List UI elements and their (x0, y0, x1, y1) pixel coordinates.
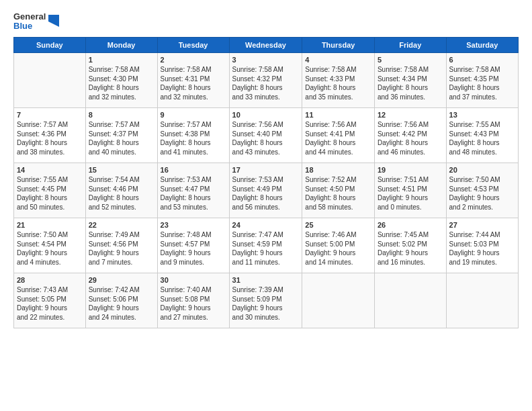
calendar-cell: 29Sunrise: 7:42 AMSunset: 5:06 PMDayligh… (85, 273, 157, 328)
day-number: 12 (378, 110, 443, 120)
calendar-cell: 17Sunrise: 7:53 AMSunset: 4:49 PMDayligh… (229, 163, 302, 218)
day-number: 18 (305, 165, 371, 175)
calendar-cell: 6Sunrise: 7:58 AMSunset: 4:35 PMDaylight… (446, 52, 518, 107)
calendar-cell: 16Sunrise: 7:53 AMSunset: 4:47 PMDayligh… (157, 163, 229, 218)
page: General Blue SundayMondayTuesdayWednesda… (0, 0, 532, 411)
day-number: 26 (378, 220, 443, 230)
calendar-cell: 12Sunrise: 7:56 AMSunset: 4:42 PMDayligh… (374, 107, 446, 163)
day-number: 28 (17, 275, 83, 285)
day-number: 15 (89, 165, 154, 175)
calendar-cell (302, 273, 375, 328)
day-number: 27 (449, 220, 515, 230)
calendar-cell: 5Sunrise: 7:58 AMSunset: 4:34 PMDaylight… (374, 52, 446, 107)
col-header-thursday: Thursday (302, 37, 375, 52)
calendar-body: 1Sunrise: 7:58 AMSunset: 4:30 PMDaylight… (14, 52, 519, 328)
day-number: 20 (449, 165, 515, 175)
calendar-cell: 8Sunrise: 7:57 AMSunset: 4:37 PMDaylight… (85, 107, 157, 163)
day-number: 13 (449, 110, 515, 120)
day-number: 14 (17, 165, 83, 175)
week-row-3: 14Sunrise: 7:55 AMSunset: 4:45 PMDayligh… (14, 163, 519, 218)
logo-triangle-icon (48, 12, 60, 31)
col-header-tuesday: Tuesday (157, 37, 229, 52)
header: General Blue (13, 12, 519, 32)
calendar-cell: 7Sunrise: 7:57 AMSunset: 4:36 PMDaylight… (14, 107, 86, 163)
calendar-cell: 15Sunrise: 7:54 AMSunset: 4:46 PMDayligh… (85, 163, 157, 218)
calendar-cell: 10Sunrise: 7:56 AMSunset: 4:40 PMDayligh… (229, 107, 302, 163)
col-header-friday: Friday (374, 37, 446, 52)
day-number: 1 (89, 55, 154, 65)
logo-text-block: General Blue (13, 12, 46, 32)
day-number: 25 (305, 220, 371, 230)
calendar-cell: 11Sunrise: 7:56 AMSunset: 4:41 PMDayligh… (302, 107, 375, 163)
day-number: 8 (89, 110, 154, 120)
calendar-cell: 2Sunrise: 7:58 AMSunset: 4:31 PMDaylight… (157, 52, 229, 107)
day-number: 2 (161, 55, 226, 65)
logo: General Blue (13, 12, 60, 32)
day-number: 16 (161, 165, 226, 175)
week-row-2: 7Sunrise: 7:57 AMSunset: 4:36 PMDaylight… (14, 107, 519, 163)
day-number: 23 (161, 220, 226, 230)
calendar-cell (14, 52, 86, 107)
calendar-table: SundayMondayTuesdayWednesdayThursdayFrid… (13, 37, 519, 328)
day-number: 17 (232, 165, 300, 175)
calendar-cell: 23Sunrise: 7:48 AMSunset: 4:57 PMDayligh… (157, 218, 229, 273)
col-header-sunday: Sunday (14, 37, 86, 52)
calendar-cell: 14Sunrise: 7:55 AMSunset: 4:45 PMDayligh… (14, 163, 86, 218)
col-header-saturday: Saturday (446, 37, 518, 52)
calendar-cell: 22Sunrise: 7:49 AMSunset: 4:56 PMDayligh… (85, 218, 157, 273)
week-row-1: 1Sunrise: 7:58 AMSunset: 4:30 PMDaylight… (14, 52, 519, 107)
calendar-cell: 28Sunrise: 7:43 AMSunset: 5:05 PMDayligh… (14, 273, 86, 328)
svg-marker-0 (48, 15, 59, 27)
day-number: 5 (378, 55, 443, 65)
col-header-monday: Monday (85, 37, 157, 52)
day-number: 3 (232, 55, 300, 65)
day-number: 21 (17, 220, 83, 230)
calendar-cell: 25Sunrise: 7:46 AMSunset: 5:00 PMDayligh… (302, 218, 375, 273)
day-number: 22 (89, 220, 154, 230)
day-number: 11 (305, 110, 371, 120)
day-number: 9 (161, 110, 226, 120)
calendar-cell: 30Sunrise: 7:40 AMSunset: 5:08 PMDayligh… (157, 273, 229, 328)
calendar-cell: 18Sunrise: 7:52 AMSunset: 4:50 PMDayligh… (302, 163, 375, 218)
calendar-cell (374, 273, 446, 328)
calendar-cell: 20Sunrise: 7:50 AMSunset: 4:53 PMDayligh… (446, 163, 518, 218)
week-row-5: 28Sunrise: 7:43 AMSunset: 5:05 PMDayligh… (14, 273, 519, 328)
calendar-cell: 31Sunrise: 7:39 AMSunset: 5:09 PMDayligh… (229, 273, 302, 328)
calendar-cell: 3Sunrise: 7:58 AMSunset: 4:32 PMDaylight… (229, 52, 302, 107)
calendar-cell: 13Sunrise: 7:55 AMSunset: 4:43 PMDayligh… (446, 107, 518, 163)
day-number: 7 (17, 110, 83, 120)
calendar-cell: 24Sunrise: 7:47 AMSunset: 4:59 PMDayligh… (229, 218, 302, 273)
week-row-4: 21Sunrise: 7:50 AMSunset: 4:54 PMDayligh… (14, 218, 519, 273)
calendar-cell: 27Sunrise: 7:44 AMSunset: 5:03 PMDayligh… (446, 218, 518, 273)
day-number: 31 (232, 275, 300, 285)
day-number: 6 (449, 55, 515, 65)
calendar-cell: 21Sunrise: 7:50 AMSunset: 4:54 PMDayligh… (14, 218, 86, 273)
day-number: 30 (161, 275, 226, 285)
logo-container: General Blue (13, 12, 60, 32)
calendar-cell: 1Sunrise: 7:58 AMSunset: 4:30 PMDaylight… (85, 52, 157, 107)
logo-general: General (13, 12, 46, 21)
day-number: 19 (378, 165, 443, 175)
calendar-cell: 4Sunrise: 7:58 AMSunset: 4:33 PMDaylight… (302, 52, 375, 107)
column-headers-row: SundayMondayTuesdayWednesdayThursdayFrid… (14, 37, 519, 52)
calendar-cell: 19Sunrise: 7:51 AMSunset: 4:51 PMDayligh… (374, 163, 446, 218)
calendar-cell: 26Sunrise: 7:45 AMSunset: 5:02 PMDayligh… (374, 218, 446, 273)
day-number: 24 (232, 220, 300, 230)
day-number: 4 (305, 55, 371, 65)
col-header-wednesday: Wednesday (229, 37, 302, 52)
calendar-cell (446, 273, 518, 328)
calendar-cell: 9Sunrise: 7:57 AMSunset: 4:38 PMDaylight… (157, 107, 229, 163)
day-number: 29 (89, 275, 154, 285)
day-number: 10 (232, 110, 300, 120)
logo-blue: Blue (13, 21, 46, 31)
